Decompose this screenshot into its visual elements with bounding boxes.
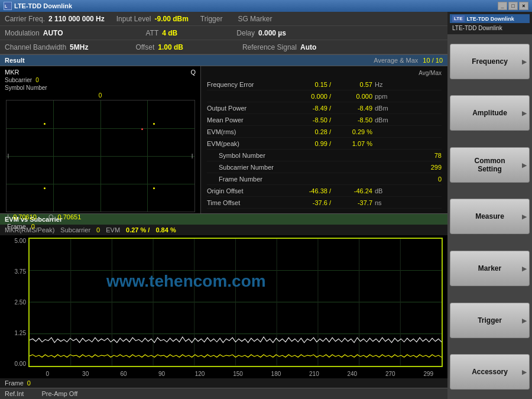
time-offset-unit: ns (375, 199, 404, 206)
meas-origin-offset: Origin Offset -46.38 / -46.24 dB (207, 185, 442, 197)
meas-output-power: Output Power -8.49 / -8.49 dBm (207, 102, 442, 114)
freq-ppm-val2: 0.000 (331, 93, 372, 100)
pre-amp-label: Pre-Amp Off (41, 390, 77, 397)
constellation-info: Subcarrier 0 (2, 77, 198, 83)
symbol-num-val: 78 (290, 152, 442, 159)
output-power-name: Output Power (207, 105, 290, 112)
delay-item: Delay 0.000 µs (236, 29, 286, 37)
i-value-row: I 0.70610 (7, 213, 37, 220)
origin-offset-val1: -46.38 / (290, 187, 331, 194)
modulation-label: Modulation (5, 29, 40, 37)
meas-symbol-number: Symbol Number 78 (207, 150, 442, 161)
i-value: 0.70610 (13, 213, 37, 220)
evm-peak-val1: 0.99 / (290, 140, 331, 147)
sidebar-btn-amplitude-label: Amplitude (472, 109, 507, 117)
content-area: Carrier Freq. 2 110 000 000 Hz Input Lev… (0, 12, 447, 399)
sidebar-btn-frequency[interactable]: Frequency ▶ (450, 44, 530, 79)
avg-max-value: 10 / 10 (423, 57, 443, 64)
mkr-header: MKR Q (2, 69, 198, 76)
sidebar-btn-setting-label: Setting (478, 165, 502, 173)
q-value-label: Q (48, 213, 54, 220)
q-value: 0.70651 (58, 213, 82, 220)
trigger-item: Trigger (200, 15, 226, 23)
carrier-freq-item: Carrier Freq. 2 110 000 000 Hz (5, 15, 105, 23)
carrier-freq-label: Carrier Freq. (5, 15, 45, 23)
sidebar-btn-accessory[interactable]: Accessory ▶ (450, 354, 530, 390)
sidebar-btn-common-setting[interactable]: Common Setting ▶ (450, 147, 530, 183)
output-power-val2: -8.49 (331, 105, 372, 112)
sidebar-buttons: Frequency ▶ Amplitude ▶ Common Setting ▶… (447, 34, 532, 399)
sidebar-btn-common-label: Common (475, 157, 505, 165)
const-dot-4 (153, 187, 155, 189)
meas-time-offset: Time Offset -37.6 / -37.7 ns (207, 197, 442, 209)
time-offset-val1: -37.6 / (290, 199, 331, 206)
frequency-arrow-icon: ▶ (522, 58, 527, 64)
evm-peak-val2: 1.07 % (331, 140, 372, 147)
subcarrier-num-name: Subcarrier Number (207, 164, 290, 171)
sidebar-btn-amplitude[interactable]: Amplitude ▶ (450, 95, 530, 131)
sidebar-btn-frequency-label: Frequency (472, 57, 508, 66)
sidebar-btn-marker[interactable]: Marker ▶ (450, 251, 530, 286)
meas-freq-ppm: 0.000 / 0.000 ppm (207, 90, 442, 102)
ref-signal-item: Reference Signal Auto (242, 43, 316, 51)
evm-chart-area: 5.00 3.75 2.50 1.25 0.00 (0, 235, 447, 369)
x-150: 150 (219, 371, 257, 377)
trigger-arrow-icon: ▶ (522, 317, 527, 323)
measurements-panel: Avg/Max Frequency Error 0.15 / 0.57 Hz 0… (201, 66, 447, 213)
sidebar-btn-measure[interactable]: Measure ▶ (450, 199, 530, 234)
q-value-row: Q 0.70651 (48, 213, 81, 220)
frame-num-name: Frame Number (207, 176, 290, 183)
minimize-button[interactable]: _ (498, 2, 507, 10)
evm-frame-row: Frame 0 (0, 378, 447, 388)
input-level-label: Input Level (116, 15, 151, 23)
grid-v2 (100, 100, 101, 212)
frame-num-val: 0 (290, 176, 442, 183)
x-60: 60 (105, 371, 142, 377)
time-offset-name: Time Offset (207, 199, 290, 206)
meas-freq-error: Frequency Error 0.15 / 0.57 Hz (207, 79, 442, 90)
frame-info: Frame 0 (2, 222, 198, 231)
close-button[interactable]: × (519, 2, 528, 10)
x-270: 270 (371, 371, 409, 377)
y-375: 3.75 (15, 268, 26, 275)
accessory-arrow-icon: ▶ (522, 369, 527, 375)
channel-bw-value: 5MHz (70, 43, 88, 51)
sidebar-btn-trigger[interactable]: Trigger ▶ (450, 303, 530, 338)
maximize-button[interactable]: □ (508, 2, 518, 10)
channel-bw-item: Channel Bandwidth 5MHz (5, 43, 88, 51)
meas-evm-peak: EVM(peak) 0.99 / 1.07 % (207, 138, 442, 150)
meas-subcarrier-number: Subcarrier Number 299 (207, 161, 442, 173)
freq-error-val2: 0.57 (331, 81, 372, 88)
ref-signal-label: Reference Signal (242, 43, 297, 51)
subcarrier-value: 0 (35, 77, 39, 83)
middle-section: MKR Q Subcarrier 0 Symbol Number 0 (0, 66, 447, 214)
window-controls[interactable]: _ □ × (498, 2, 528, 10)
evm-section: EVM vs Subcarrier MKR(RMS/Peak) Subcarri… (0, 214, 447, 387)
constellation-grid: I I (6, 100, 195, 212)
att-label: ATT (146, 29, 159, 37)
ref-int-label: Ref.Int (5, 390, 24, 397)
modulation-value: AUTO (43, 29, 63, 37)
x-299: 299 (410, 371, 447, 377)
sidebar-header: LTE LTE-TDD Downlink LTE-TDD Downlink (447, 12, 532, 34)
chart-container (28, 238, 443, 366)
symbol-number-value-row: 0 (2, 92, 198, 99)
sg-marker-item: SG Marker (238, 15, 275, 23)
evm-frame-label: Frame (5, 379, 24, 387)
measurements-header: Avg/Max (207, 70, 442, 76)
constellation-panel: MKR Q Subcarrier 0 Symbol Number 0 (0, 66, 201, 213)
att-value: 4 dB (162, 29, 177, 37)
mkr-label: MKR (5, 69, 19, 76)
sidebar-btn-accessory-label: Accessory (472, 368, 508, 376)
measurements-rows: Frequency Error 0.15 / 0.57 Hz 0.000 / 0… (207, 79, 442, 209)
offset-label: Offset (135, 43, 154, 51)
x-210: 210 (295, 371, 333, 377)
const-dot-3 (44, 187, 46, 189)
sidebar-app-icon-1: LTE LTE-TDD Downlink (450, 14, 530, 23)
app-icon: L (4, 2, 12, 10)
sidebar-btn-marker-label: Marker (478, 264, 501, 273)
frame-label: Frame (7, 223, 26, 230)
sidebar: LTE LTE-TDD Downlink LTE-TDD Downlink Fr… (447, 12, 532, 399)
header-row-3: Channel Bandwidth 5MHz Offset 1.00 dB Re… (0, 40, 447, 54)
title-text: LTE-TDD Downlink (14, 2, 72, 9)
